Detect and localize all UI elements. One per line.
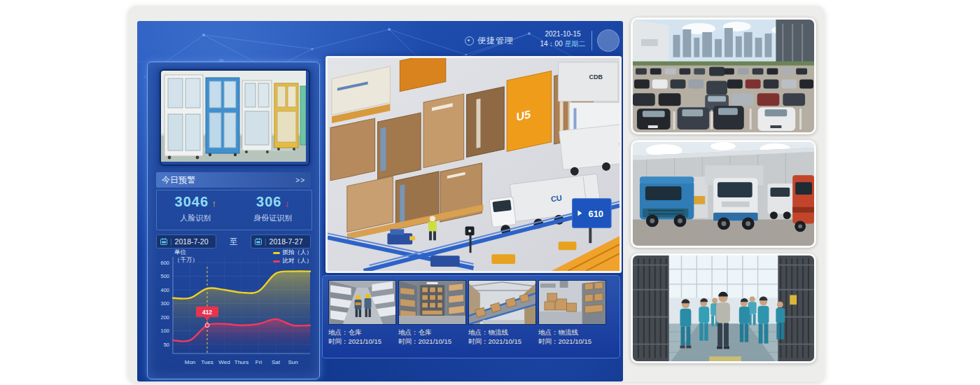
svg-text:Mon: Mon [185, 359, 196, 365]
page: 便捷管理 2021-10-15 14：00 星期二 [0, 0, 980, 385]
header-datetime: 2021-10-15 14：00 星期二 [533, 29, 593, 49]
svg-text:Sat: Sat [272, 359, 281, 365]
stat-label: 人脸识别 [157, 213, 234, 223]
trucks-scene [633, 142, 814, 246]
feed-thumb-warehouse-boxes [538, 280, 606, 325]
feed-thumb-conveyor-line [468, 280, 536, 325]
legend-swatch-compare [273, 260, 280, 262]
trend-up-icon: ↑ [211, 198, 216, 209]
white-container-label: CDB [589, 74, 603, 80]
trend-down-icon: ↓ [285, 198, 290, 209]
user-avatar[interactable] [597, 29, 620, 52]
storage-cabinets-scene [161, 71, 306, 162]
warehouse-yard-scene: U5 CDB CU [328, 58, 620, 271]
svg-text:Thurs: Thurs [234, 359, 248, 365]
small-truck [768, 183, 794, 219]
svg-text:50: 50 [164, 342, 169, 348]
alert-title-bar: 今日预警 >> [156, 172, 311, 188]
blue-sign-label: 610 [588, 209, 603, 219]
date-to-value: 2018-7-27 [270, 237, 303, 246]
svg-text:400: 400 [160, 287, 169, 293]
parking-lot-scene [633, 20, 814, 132]
alert-trend-chart[interactable]: 60050040030020010050MonTuesWedThursFriSa… [152, 248, 315, 376]
date-box-divider: | [265, 238, 267, 246]
chart-unit-label: 单位 （千万） [174, 248, 198, 264]
parking-lot-photo [631, 18, 816, 134]
stat-id-recognition: 306 ↓ 身份证识别 [234, 190, 312, 230]
chart-legend: 抓拍（人） 比对（人） [273, 248, 313, 265]
calendar-icon [160, 238, 167, 245]
svg-text:200: 200 [160, 314, 169, 321]
dashboard-panel: 便捷管理 2021-10-15 14：00 星期二 [137, 21, 623, 382]
workers-gate-scene [633, 255, 814, 361]
alert-stats: 3046 ↑ 人脸识别 306 ↓ 身份证识别 [156, 190, 312, 230]
legend-label: 抓拍（人） [283, 248, 313, 257]
feed-time: 时间：2021/10/15 [328, 337, 396, 346]
svg-text:Tues: Tues [201, 359, 214, 365]
calendar-icon [255, 238, 262, 245]
header-date: 2021-10-15 [533, 29, 593, 39]
legend-label: 比对（人） [283, 257, 313, 265]
alert-trend-chart-wrap: 单位 （千万） 抓拍（人） 比对（人） 60050040030020010050… [152, 248, 315, 376]
date-box-divider: | [170, 238, 172, 246]
feed-thumb-workers-aisle [328, 280, 396, 325]
feed-time: 时间：2021/10/15 [538, 337, 606, 346]
header-weekday: 星期二 [565, 40, 586, 48]
svg-text:Sun: Sun [288, 359, 298, 365]
alert-more-link[interactable]: >> [295, 176, 305, 184]
feed-location: 地点：仓库 [328, 328, 396, 337]
trucks-photo [631, 140, 816, 248]
legend-item: 抓拍（人） [273, 248, 313, 257]
app-logo-icon [465, 36, 474, 46]
app-title: 便捷管理 [477, 35, 514, 47]
app-title-group: 便捷管理 [465, 35, 514, 47]
date-from-picker[interactable]: | 2018-7-20 [156, 234, 216, 248]
feed-time: 时间：2021/10/15 [468, 337, 536, 346]
feed-location: 地点：物流线 [538, 328, 606, 337]
svg-text:600: 600 [160, 260, 169, 266]
camera-feed-2[interactable]: 地点：仓库 时间：2021/10/15 [398, 280, 466, 346]
alert-title: 今日预警 [162, 174, 195, 186]
legend-swatch-capture [273, 252, 280, 254]
feed-location: 地点：仓库 [398, 328, 466, 337]
gate-left [633, 255, 669, 361]
date-to-picker[interactable]: | 2018-7-27 [251, 234, 311, 248]
camera-feed-4[interactable]: 地点：物流线 时间：2021/10/15 [538, 280, 606, 346]
header-divider [592, 31, 592, 50]
date-range-row: | 2018-7-20 至 | 2018-7-27 [156, 234, 311, 248]
workers-photo [631, 253, 816, 363]
camera-feed-1[interactable]: 地点：仓库 时间：2021/10/15 [328, 280, 396, 346]
storage-cabinets-photo [160, 69, 310, 166]
stat-value: 3046 [175, 194, 209, 209]
camera-feed-3[interactable]: 地点：物流线 时间：2021/10/15 [468, 280, 536, 346]
alert-side-panel: 今日预警 >> 3046 ↑ 人脸识别 306 ↓ 身份证识别 [147, 62, 320, 379]
svg-text:Wed: Wed [218, 359, 230, 365]
legend-item: 比对（人） [273, 257, 313, 265]
stat-value: 306 [256, 194, 281, 209]
main-warehouse-feed[interactable]: U5 CDB CU [326, 56, 622, 273]
svg-text:412: 412 [202, 309, 212, 316]
red-truck [792, 175, 814, 232]
svg-text:300: 300 [160, 300, 169, 307]
white-truck-label: CU [550, 193, 562, 203]
date-from-value: 2018-7-20 [175, 237, 209, 246]
feed-time: 时间：2021/10/15 [398, 337, 466, 346]
stat-label: 身份证识别 [234, 213, 312, 223]
svg-text:Fri: Fri [255, 359, 262, 365]
header-time: 14：00 [540, 40, 562, 48]
svg-text:500: 500 [160, 273, 169, 279]
camera-feeds-panel: 地点：仓库 时间：2021/10/15 [322, 275, 620, 358]
svg-text:100: 100 [160, 328, 169, 334]
feed-location: 地点：物流线 [468, 328, 536, 337]
date-range-separator: 至 [216, 237, 251, 247]
feed-thumb-storage-shelves [398, 280, 466, 325]
stat-face-recognition: 3046 ↑ 人脸识别 [157, 190, 234, 230]
